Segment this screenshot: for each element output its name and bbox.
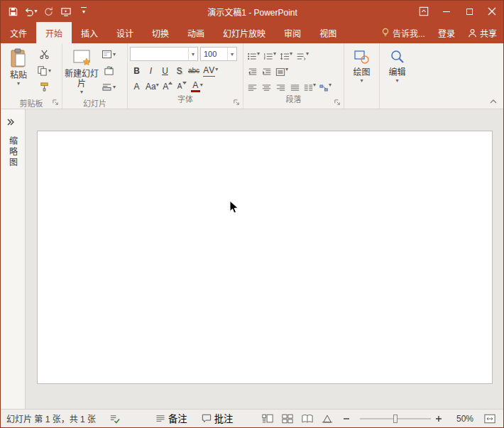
slide-show-button[interactable]: [319, 411, 336, 427]
numbering-button[interactable]: ▾: [262, 47, 278, 61]
align-center-button[interactable]: [260, 78, 273, 92]
font-dialog-launcher[interactable]: [232, 98, 241, 107]
zoom-in-button[interactable]: [435, 412, 448, 425]
chevron-down-icon[interactable]: ▾: [188, 48, 197, 60]
shrink-font-button[interactable]: A: [175, 78, 189, 92]
thumbnail-pane-label[interactable]: 缩略图: [7, 136, 19, 168]
notes-button[interactable]: 备注: [153, 411, 190, 427]
zoom-out-button[interactable]: [343, 412, 356, 425]
notes-label: 备注: [168, 412, 187, 425]
chevron-down-icon: ▾: [306, 50, 309, 57]
section-button[interactable]: ▾: [100, 79, 117, 94]
tab-file[interactable]: 文件: [1, 22, 36, 43]
font-group: ▾ 100 ▾ B I U S abc AV▾ A A: [127, 43, 243, 109]
copy-button[interactable]: ▾: [35, 63, 53, 78]
character-spacing-button[interactable]: AV▾: [202, 62, 219, 77]
paste-label: 粘贴: [10, 70, 27, 80]
reset-slide-button[interactable]: [100, 63, 117, 78]
dialog-launcher-icon: [52, 99, 60, 106]
slide-layout-button[interactable]: ▾: [100, 47, 117, 62]
triangle-down-icon: [182, 82, 187, 84]
justify-icon: [290, 84, 300, 92]
text-shadow-button[interactable]: S: [172, 62, 186, 77]
font-name-combobox[interactable]: ▾: [130, 47, 198, 61]
clipboard-dialog-launcher[interactable]: [51, 98, 60, 107]
zoom-slider-track[interactable]: [360, 418, 431, 419]
change-case-button[interactable]: Aa▾: [144, 78, 160, 92]
tell-me-box[interactable]: 告诉我...: [375, 22, 432, 43]
tab-transitions[interactable]: 切换: [143, 22, 178, 43]
spell-check-button[interactable]: [106, 411, 123, 427]
qat-customize-button[interactable]: ▾: [75, 3, 92, 20]
font-color-button[interactable]: A▾: [190, 78, 204, 92]
undo-button[interactable]: ▾: [22, 3, 39, 20]
decrease-indent-icon: [248, 67, 258, 77]
clear-formatting-button[interactable]: A: [130, 78, 143, 92]
new-slide-button[interactable]: 新建幻灯片 ▾: [65, 45, 99, 97]
slide-canvas[interactable]: [37, 131, 493, 384]
share-label: 共享: [480, 27, 497, 39]
close-button[interactable]: [481, 1, 503, 22]
chevron-down-icon[interactable]: ▾: [227, 48, 236, 60]
justify-button[interactable]: [288, 78, 302, 92]
redo-button[interactable]: [40, 3, 57, 20]
tab-view[interactable]: 视图: [310, 22, 346, 43]
sign-in-button[interactable]: 登录: [432, 22, 461, 43]
triangle-up-icon: [168, 82, 172, 84]
maximize-button[interactable]: [458, 1, 481, 22]
start-presentation-button[interactable]: [57, 3, 75, 20]
collapse-ribbon-button[interactable]: [487, 96, 500, 106]
workspace: 缩略图: [1, 109, 503, 409]
align-right-button[interactable]: [274, 78, 287, 92]
minimize-button[interactable]: [435, 1, 458, 22]
tab-review[interactable]: 审阅: [275, 22, 310, 43]
slide-sorter-icon: [282, 414, 293, 424]
titlebar: ▾ ▾ 演示文稿1 - PowerPoint: [1, 1, 503, 22]
text-direction-button[interactable]: ▾: [295, 47, 310, 61]
tab-design[interactable]: 设计: [107, 22, 143, 43]
font-buttons-row-2: A Aa▾ A A A▾: [130, 78, 241, 92]
dialog-launcher-icon: [233, 99, 241, 106]
align-left-button[interactable]: [246, 78, 259, 92]
paragraph-dialog-launcher[interactable]: [333, 98, 342, 107]
grow-font-button[interactable]: A: [161, 78, 175, 92]
line-spacing-icon: [280, 52, 290, 61]
reading-view-button[interactable]: [299, 411, 316, 427]
font-buttons-row-1: B I U S abc AV▾: [130, 62, 241, 77]
tab-slideshow[interactable]: 幻灯片放映: [214, 22, 275, 43]
font-size-combobox[interactable]: 100 ▾: [200, 47, 237, 61]
chevron-down-icon: ▾: [285, 66, 288, 73]
paste-button[interactable]: 粘贴 ▾: [3, 45, 34, 97]
zoom-slider-thumb[interactable]: [393, 415, 398, 423]
ribbon-display-options-button[interactable]: [412, 1, 435, 22]
tab-animations[interactable]: 动画: [178, 22, 214, 43]
bold-button[interactable]: B: [130, 62, 143, 77]
comments-button[interactable]: 批注: [199, 411, 236, 427]
columns-button[interactable]: ▾: [302, 78, 317, 92]
align-text-button[interactable]: ▾: [274, 62, 290, 77]
editing-button[interactable]: 编辑 ▾: [382, 45, 412, 109]
format-painter-button[interactable]: [35, 79, 53, 94]
expand-thumbnails-button[interactable]: [6, 115, 20, 129]
tab-insert[interactable]: 插入: [72, 22, 107, 43]
start-presentation-icon: [60, 6, 72, 17]
convert-to-smartart-button[interactable]: ▾: [318, 78, 333, 92]
drawing-button[interactable]: 绘图 ▾: [346, 45, 377, 109]
decrease-indent-button[interactable]: [246, 62, 259, 77]
italic-button[interactable]: I: [144, 62, 158, 77]
slides-small-buttons: ▾ ▾: [100, 45, 117, 97]
save-button[interactable]: [4, 3, 21, 20]
normal-view-button[interactable]: [259, 411, 276, 427]
chevron-down-icon: ▾: [313, 82, 316, 89]
increase-indent-button[interactable]: [260, 62, 273, 77]
line-spacing-button[interactable]: ▾: [278, 47, 294, 61]
underline-button[interactable]: U: [158, 62, 172, 77]
bullets-button[interactable]: ▾: [246, 47, 261, 61]
slide-sorter-view-button[interactable]: [279, 411, 296, 427]
fit-slide-to-window-button[interactable]: [482, 411, 498, 427]
strikethrough-button[interactable]: abc: [187, 62, 201, 77]
zoom-percentage[interactable]: 50%: [452, 414, 473, 424]
share-button[interactable]: 共享: [461, 22, 503, 43]
tab-home[interactable]: 开始: [36, 22, 72, 43]
cut-button[interactable]: [35, 47, 53, 62]
